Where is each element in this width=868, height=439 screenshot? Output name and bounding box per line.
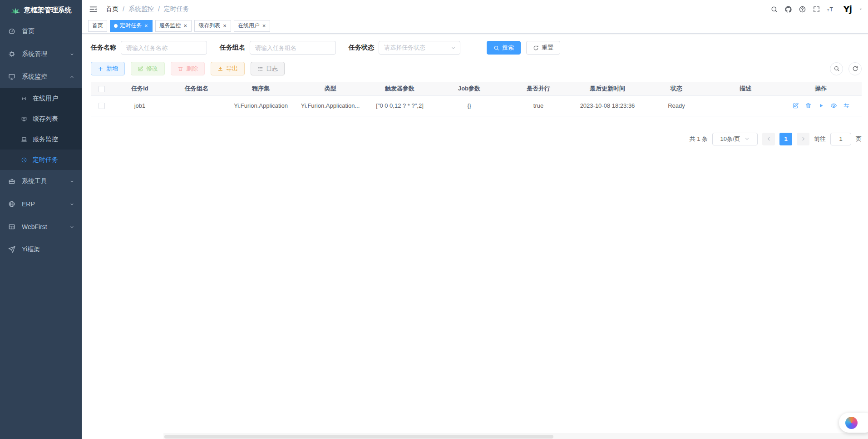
table-cell: {} <box>434 95 504 116</box>
sidebar-item-yi-framework[interactable]: Yi框架 <box>0 238 82 261</box>
tab-3[interactable]: 缓存列表× <box>194 20 231 32</box>
tab-4[interactable]: 在线用户× <box>234 20 271 32</box>
task-name-input[interactable] <box>121 41 207 55</box>
close-tab-icon[interactable]: × <box>183 23 188 29</box>
app-root: 意框架管理系统 首页系统管理系统监控在线用户缓存列表服务监控定时任务系统工具ER… <box>0 0 868 439</box>
sidebar-item-webfirst[interactable]: WebFirst <box>0 215 82 238</box>
breadcrumb-item[interactable]: 系统监控 <box>128 5 154 13</box>
toolbar-button-label: 日志 <box>266 65 278 73</box>
navbar-icon-group <box>770 5 834 13</box>
caret-down-icon[interactable] <box>858 6 863 12</box>
column-header-0: 任务Id <box>113 82 167 95</box>
tab-0[interactable]: 首页 <box>88 20 107 32</box>
scrollbar-thumb[interactable] <box>164 435 553 439</box>
monitor-icon <box>8 73 15 80</box>
submenu-system-monitor: 在线用户缓存列表服务监控定时任务 <box>0 88 82 170</box>
page-number-button[interactable]: 1 <box>779 133 792 145</box>
active-tab-dot <box>114 24 118 28</box>
add-button[interactable]: 新增 <box>91 62 125 75</box>
breadcrumb-separator: / <box>158 5 160 13</box>
reset-button[interactable]: 重置 <box>526 41 560 55</box>
assistant-button[interactable] <box>839 413 868 433</box>
search-button[interactable]: 搜索 <box>487 41 521 55</box>
column-header-10: 操作 <box>780 82 862 95</box>
online-icon <box>21 95 27 102</box>
fontsize-button[interactable] <box>827 5 834 13</box>
toolbar-button-label: 导出 <box>226 65 238 73</box>
fullscreen-icon <box>813 5 820 13</box>
refresh-circle-button[interactable] <box>848 62 862 75</box>
task-status-select[interactable]: 请选择任务状态 <box>379 41 460 55</box>
sidebar-toggle-button[interactable] <box>89 5 98 14</box>
chev-down-icon <box>69 179 74 184</box>
app-logo: 意框架管理系统 <box>0 0 82 20</box>
page-size-select[interactable]: 10条/页 <box>712 133 758 145</box>
delete-button[interactable]: 删除 <box>171 62 205 75</box>
filter-label: 任务名称 <box>91 44 116 52</box>
navbar-actions: Yj <box>770 2 863 16</box>
sidebar-item-system-tools[interactable]: 系统工具 <box>0 170 82 193</box>
prev-page-button[interactable] <box>762 133 775 145</box>
sidebar-item-system-monitor[interactable]: 系统监控 <box>0 65 82 88</box>
download-icon <box>217 66 223 72</box>
table-cell: ["0 0 0,12 ? * ?",2] <box>365 95 434 116</box>
table-cell: true <box>504 95 573 116</box>
avatar[interactable]: Yj <box>841 2 854 16</box>
question-button[interactable] <box>799 5 806 13</box>
search-button-label: 搜索 <box>502 44 514 52</box>
refresh-icon <box>852 65 858 72</box>
search-button[interactable] <box>770 5 778 13</box>
breadcrumb-item[interactable]: 定时任务 <box>164 5 189 13</box>
fullscreen-button[interactable] <box>813 5 820 13</box>
row-action-delete-button[interactable] <box>805 102 812 109</box>
row-action-edit-button[interactable] <box>792 102 799 109</box>
assistant-brain-icon <box>845 417 858 429</box>
sidebar-item-erp[interactable]: ERP <box>0 193 82 215</box>
toolbar-button-label: 新增 <box>106 65 118 73</box>
globe-icon <box>8 200 15 208</box>
close-tab-icon[interactable]: × <box>222 23 227 29</box>
close-tab-icon[interactable]: × <box>262 23 266 29</box>
edit-button[interactable]: 修改 <box>131 62 165 75</box>
goto-page-input[interactable] <box>830 133 851 145</box>
log-button[interactable]: 日志 <box>251 62 285 75</box>
row-action-view-button[interactable] <box>830 102 837 109</box>
page-size-value: 10条/页 <box>720 135 740 143</box>
sidebar-item-system-manage[interactable]: 系统管理 <box>0 43 82 65</box>
task-group-input[interactable] <box>250 41 336 55</box>
table-header-row: 任务Id任务组名程序集类型触发器参数Job参数是否并行最后更新时间状态描述操作 <box>91 82 862 95</box>
column-header-6: 是否并行 <box>504 82 573 95</box>
plus-icon <box>98 66 104 72</box>
refresh-icon <box>533 45 539 51</box>
tab-1[interactable]: 定时任务× <box>110 20 153 32</box>
row-action-run-button[interactable] <box>818 102 824 109</box>
sidebar-subitem-label: 缓存列表 <box>33 115 58 123</box>
close-tab-icon[interactable]: × <box>144 23 148 29</box>
filter-fields: 任务名称任务组名任务状态请选择任务状态 <box>91 41 473 55</box>
tab-2[interactable]: 服务监控× <box>155 20 192 32</box>
filter-field-task-name: 任务名称 <box>91 41 207 55</box>
sidebar-item-home[interactable]: 首页 <box>0 20 82 43</box>
horizontal-scrollbar[interactable] <box>163 434 868 439</box>
sidebar-subitem-cache-list[interactable]: 缓存列表 <box>0 109 82 129</box>
filter-field-task-group: 任务组名 <box>220 41 336 55</box>
search-icon <box>770 5 778 13</box>
sidebar-subitem-scheduled-tasks[interactable]: 定时任务 <box>0 150 82 170</box>
sidebar-subitem-service-monitor[interactable]: 服务监控 <box>0 129 82 150</box>
row-checkbox[interactable] <box>99 103 105 109</box>
breadcrumb-item[interactable]: 首页 <box>106 5 118 13</box>
table-body: job1Yi.Furion.ApplicationYi.Furion.Appli… <box>91 95 862 116</box>
column-header-5: Job参数 <box>434 82 504 95</box>
row-action-log-button[interactable] <box>843 102 850 109</box>
plant-logo-icon <box>10 5 20 15</box>
github-button[interactable] <box>784 5 792 13</box>
magnifier-circle-button[interactable] <box>830 62 843 75</box>
question-icon <box>799 5 806 13</box>
sidebar-subitem-online-users[interactable]: 在线用户 <box>0 88 82 109</box>
export-button[interactable]: 导出 <box>211 62 245 75</box>
select-all-checkbox[interactable] <box>99 86 105 92</box>
tasks-table: 任务Id任务组名程序集类型触发器参数Job参数是否并行最后更新时间状态描述操作 … <box>91 82 862 116</box>
sidebar-subitem-label: 服务监控 <box>33 135 58 144</box>
row-actions <box>780 96 862 116</box>
next-page-button[interactable] <box>797 133 809 145</box>
